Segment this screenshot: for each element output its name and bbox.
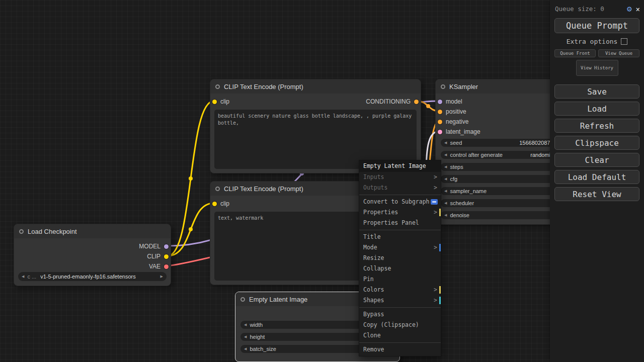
- context-menu-title: Empty Latent Image: [359, 160, 441, 172]
- wire-dot: [189, 176, 193, 180]
- node-header[interactable]: Load Checkpoint: [14, 224, 171, 238]
- node-load-checkpoint[interactable]: Load Checkpoint MODEL CLIP VAE ◀ c ... v…: [14, 224, 171, 286]
- menu-item-pin[interactable]: Pin: [359, 274, 441, 285]
- menu-item-shapes[interactable]: Shapes>: [359, 295, 441, 306]
- control-after-generate-widget[interactable]: ◀ control after generate randomize ▶: [441, 151, 566, 159]
- menu-item-clone[interactable]: Clone: [359, 330, 441, 341]
- slot-label: CLIP: [147, 253, 160, 260]
- menu-item-bypass[interactable]: Bypass: [359, 309, 441, 320]
- decrement-arrow-icon[interactable]: ◀: [444, 213, 447, 217]
- menu-separator: [359, 307, 441, 308]
- menu-item-outputs[interactable]: Outputs>: [359, 183, 441, 193]
- decrement-arrow-icon[interactable]: ◀: [444, 177, 447, 181]
- steps-widget[interactable]: ◀ steps ▶: [441, 163, 566, 171]
- load-default-button[interactable]: Load Default: [554, 170, 639, 184]
- decrement-arrow-icon[interactable]: ◀: [444, 201, 447, 205]
- menu-item-collapse[interactable]: Collapse: [359, 263, 441, 274]
- decrement-arrow-icon[interactable]: ◀: [444, 141, 447, 145]
- menu-item-convert-to-subgraph[interactable]: Convert to Subgraph: [359, 197, 441, 207]
- slot-label: clip: [220, 98, 229, 105]
- decrement-arrow-icon[interactable]: ◀: [444, 165, 447, 169]
- decrement-arrow-icon[interactable]: ◀: [444, 153, 447, 157]
- clipspace-button[interactable]: Clipspace: [554, 136, 639, 150]
- extra-options-label: Extra options: [567, 38, 618, 45]
- view-history-button[interactable]: View History: [576, 60, 618, 76]
- save-button[interactable]: Save: [554, 84, 639, 99]
- collapse-dot-icon[interactable]: [240, 297, 245, 302]
- collapse-dot-icon[interactable]: [215, 187, 220, 191]
- seed-widget[interactable]: ◀ seed 156680208714 ▶: [441, 139, 566, 147]
- load-button[interactable]: Load: [554, 102, 639, 116]
- vae-output-slot[interactable]: [164, 264, 169, 269]
- decrement-arrow-icon[interactable]: ◀: [444, 189, 447, 193]
- slot-label: MODEL: [139, 243, 160, 250]
- extra-options-checkbox[interactable]: [621, 38, 627, 45]
- collapse-dot-icon[interactable]: [441, 84, 445, 89]
- conditioning-output-slot[interactable]: [414, 100, 419, 104]
- model-input-slot[interactable]: [438, 100, 442, 104]
- queue-front-button[interactable]: Queue Front: [554, 49, 596, 57]
- queue-prompt-button[interactable]: Queue Prompt: [554, 18, 639, 33]
- clip-output-slot[interactable]: [164, 254, 169, 259]
- close-icon[interactable]: ✕: [636, 5, 640, 13]
- node-clip-text-encode-1[interactable]: CLIP Text Encode (Prompt) clip CONDITION…: [210, 79, 421, 173]
- collapse-dot-icon[interactable]: [215, 84, 220, 89]
- reset-view-button[interactable]: Reset View: [554, 187, 639, 201]
- slot-label: CONDITIONING: [366, 98, 411, 105]
- submenu-mark: [439, 209, 441, 216]
- decrement-arrow-icon[interactable]: ◀: [244, 347, 247, 351]
- comfy-menu-panel: Queue size: 0 ⚙ ✕ Queue Prompt Extra opt…: [550, 0, 644, 362]
- clip-input-slot[interactable]: [212, 100, 217, 104]
- node-graph-canvas[interactable]: CLIP Text Encode (Prompt) clip CONDITION…: [0, 0, 644, 362]
- ckpt-name-widget[interactable]: ◀ c ... v1-5-pruned-emaonly-fp16.safeten…: [18, 272, 167, 281]
- menu-item-remove[interactable]: Remove: [359, 344, 441, 355]
- positive-input-slot[interactable]: [438, 110, 442, 114]
- view-queue-button[interactable]: View Queue: [598, 49, 639, 57]
- node-title: KSampler: [449, 83, 478, 90]
- previous-arrow-icon[interactable]: ◀: [22, 275, 24, 279]
- submenu-arrow-icon: >: [434, 285, 437, 295]
- refresh-button[interactable]: Refresh: [554, 119, 639, 133]
- latent-input-slot[interactable]: [438, 130, 442, 134]
- menu-separator: [359, 342, 441, 343]
- sampler-name-widget[interactable]: ◀ sampler_name ▶: [441, 187, 566, 195]
- widget-label: batch_size: [250, 346, 276, 352]
- node-title: CLIP Text Encode (Prompt): [224, 83, 303, 90]
- node-title: Empty Latent Image: [249, 296, 307, 303]
- menu-item-inputs[interactable]: Inputs>: [359, 172, 441, 183]
- menu-item-properties[interactable]: Properties>: [359, 207, 441, 218]
- widget-label: width: [250, 322, 263, 328]
- clear-button[interactable]: Clear: [554, 153, 639, 167]
- widget-label: steps: [450, 164, 463, 170]
- submenu-mark: [439, 286, 441, 294]
- menu-item-copy-clipspace[interactable]: Copy (Clipspace): [359, 320, 441, 330]
- node-header[interactable]: CLIP Text Encode (Prompt): [210, 79, 421, 94]
- scheduler-widget[interactable]: ◀ scheduler ▶: [441, 199, 566, 207]
- menu-item-colors[interactable]: Colors>: [359, 285, 441, 295]
- model-output-slot[interactable]: [164, 244, 169, 249]
- queue-size-label: Queue size: 0: [555, 5, 604, 13]
- next-arrow-icon[interactable]: ▶: [160, 275, 163, 279]
- wire-dot: [426, 104, 430, 108]
- menu-item-resize[interactable]: Resize: [359, 253, 441, 263]
- slot-label: VAE: [149, 263, 160, 270]
- slot-label: negative: [446, 118, 468, 125]
- widget-label: cfg: [450, 176, 457, 182]
- negative-input-slot[interactable]: [438, 120, 442, 124]
- settings-gear-icon[interactable]: ⚙: [627, 4, 632, 14]
- menu-item-title[interactable]: Title: [359, 232, 441, 242]
- menu-separator: [359, 195, 441, 195]
- submenu-arrow-icon: >: [434, 295, 437, 306]
- cfg-widget[interactable]: ◀ cfg ▶: [441, 175, 566, 183]
- clip-input-slot[interactable]: [212, 202, 217, 206]
- menu-item-properties-panel[interactable]: Properties Panel: [359, 218, 441, 228]
- widget-label: seed: [450, 140, 462, 146]
- decrement-arrow-icon[interactable]: ◀: [244, 323, 247, 327]
- widget-label: c ...: [27, 274, 36, 280]
- decrement-arrow-icon[interactable]: ◀: [244, 335, 247, 339]
- submenu-arrow-icon: >: [434, 242, 437, 253]
- menu-item-mode[interactable]: Mode>: [359, 242, 441, 253]
- slot-label: positive: [446, 108, 466, 115]
- collapse-dot-icon[interactable]: [19, 229, 24, 234]
- denoise-widget[interactable]: ◀ denoise ▶: [441, 211, 566, 219]
